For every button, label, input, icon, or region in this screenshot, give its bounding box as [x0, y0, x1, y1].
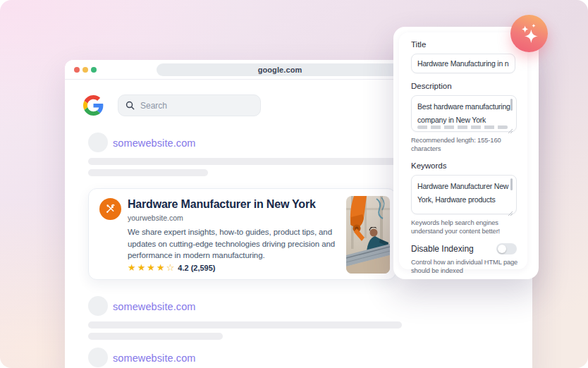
result-thumbnail-image [346, 196, 390, 274]
zoom-window-icon[interactable] [91, 67, 97, 73]
textarea-scrollbar[interactable] [510, 178, 513, 190]
placeholder-line [88, 169, 208, 176]
url-text: google.com [258, 66, 302, 74]
result-description: We share expert insights, how-to guides,… [128, 226, 352, 262]
magnifier-icon [125, 101, 135, 110]
seo-panel: Title Description Best hardware manufact… [399, 32, 527, 269]
star-icon: ★ [147, 263, 155, 273]
disable-indexing-toggle[interactable] [496, 243, 517, 254]
placeholder-line [88, 333, 223, 340]
result-domain-link[interactable]: somewebsite.com [113, 137, 196, 149]
indexing-hint: Control how an individual HTML page shou… [411, 259, 527, 275]
result-avatar [88, 348, 108, 367]
result-url: yourwebsite.com [128, 214, 183, 222]
result-domain-link[interactable]: somewebsite.com [113, 301, 196, 312]
minimize-window-icon[interactable] [82, 67, 88, 73]
star-icon: ★ [157, 263, 165, 273]
resize-grip-icon[interactable] [508, 124, 513, 130]
star-icon: ★ [137, 263, 146, 273]
keywords-label: Keywords [411, 161, 515, 170]
search-input[interactable] [140, 101, 246, 111]
sparkles-icon [516, 20, 543, 47]
illustration-canvas: google.com somewebsite.com [0, 0, 588, 368]
keywords-textarea[interactable]: Hardware Manufacturer New York, Hardware… [411, 175, 517, 214]
keywords-hint: Keywords help search engines understand … [411, 219, 527, 235]
toggle-knob [498, 245, 506, 253]
result-domain-link[interactable]: somewebsite.com [113, 352, 196, 364]
url-bar[interactable]: google.com [157, 63, 403, 76]
description-hint: Recommended length: 155-160 characters [411, 137, 527, 153]
resize-grip-icon[interactable] [508, 207, 513, 212]
disable-indexing-label: Disable Indexing [411, 244, 474, 254]
traffic-lights [74, 67, 97, 73]
result-rating: ★★★★☆ 4.2 (2,595) [128, 263, 215, 273]
title-input[interactable] [411, 54, 515, 73]
star-icon: ☆ [166, 263, 175, 273]
result-title-link[interactable]: Hardware Manufacturer in New York [128, 198, 316, 211]
star-icon: ★ [128, 263, 136, 273]
star-row: ★★★★☆ [128, 263, 174, 273]
result-avatar [88, 133, 108, 152]
placeholder-line [88, 158, 403, 165]
rating-text: 4.2 (2,595) [178, 264, 215, 272]
result-avatar [88, 296, 108, 316]
search-result-card[interactable]: Hardware Manufacturer in New York yourwe… [88, 188, 396, 280]
search-bar[interactable] [118, 94, 261, 116]
title-label: Title [411, 40, 515, 49]
textarea-scrollbar[interactable] [510, 99, 513, 111]
crossed-tools-icon [99, 198, 121, 220]
description-label: Description [411, 82, 515, 90]
placeholder-line [88, 321, 402, 329]
close-window-icon[interactable] [74, 67, 80, 73]
google-g-icon[interactable] [83, 95, 104, 116]
clipped-text-line [417, 125, 508, 129]
ai-assistant-button[interactable] [510, 15, 548, 52]
